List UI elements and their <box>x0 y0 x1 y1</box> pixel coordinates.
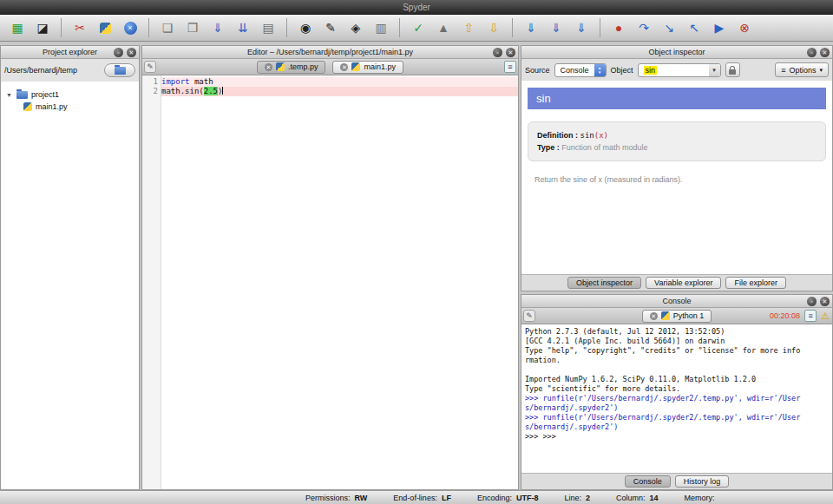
stop-icon[interactable]: ⊗ <box>736 19 753 36</box>
tab-main1-py[interactable]: ✕ main1.py <box>332 61 403 74</box>
menu-icon: ≡ <box>781 66 785 75</box>
console-panel: Console ▫ ✕ ✎ ✕ Python 1 00:20:08 <box>521 294 833 490</box>
warning-icon: ⚠ <box>821 311 830 322</box>
tab-history-log[interactable]: History log <box>675 475 730 488</box>
undock-pane-icon[interactable]: ▫ <box>807 48 817 57</box>
tab-list-icon[interactable]: ≡ <box>504 61 516 73</box>
python-file-icon <box>351 62 360 71</box>
toolbar-separator <box>512 18 513 37</box>
open-file-icon[interactable]: ❐ <box>184 19 201 36</box>
console-output[interactable]: Python 2.7.3 (default, Jul 12 2012, 13:5… <box>521 324 832 473</box>
folder-icon <box>115 67 126 75</box>
toolbar-separator <box>286 18 287 37</box>
code-editor[interactable]: 1 2 import math math.sin(2.5) <box>142 75 518 489</box>
save-icon[interactable]: ⇓ <box>209 19 226 36</box>
cut-icon[interactable]: ✂ <box>71 19 89 36</box>
tab-label: .temp.py <box>288 62 318 71</box>
maximize-pane-icon[interactable]: ◪ <box>34 19 51 36</box>
console-line <box>525 365 829 375</box>
step-over-icon[interactable]: ↷ <box>635 19 653 36</box>
close-tab-icon[interactable]: ✕ <box>650 312 658 320</box>
run-cell-icon[interactable]: ⇓ <box>573 19 590 36</box>
tab-temp-py[interactable]: ✕ .temp.py <box>257 61 326 74</box>
previous-warning-icon[interactable]: ⇧ <box>460 19 477 36</box>
chevron-down-icon: ▾ <box>819 67 823 74</box>
close-pane-icon[interactable]: ✕ <box>820 297 830 306</box>
project-path: /Users/bernardj/temp <box>4 66 100 75</box>
chevron-down-icon[interactable]: ▼ <box>6 92 13 98</box>
stepper-icon[interactable]: ▴▾ <box>594 63 606 77</box>
object-combobox[interactable]: sin ▾ <box>638 63 721 77</box>
layout-grid-icon[interactable]: ▦ <box>9 19 26 36</box>
source-select[interactable]: Console ▴▾ <box>554 63 607 77</box>
status-label: Memory: <box>685 494 715 502</box>
selected-token: 2.5 <box>204 87 218 95</box>
outline-icon[interactable]: ▥ <box>372 19 390 36</box>
save-all-icon[interactable]: ⇊ <box>234 19 252 36</box>
editor-panel: Editor – /Users/bernardj/temp/project1/m… <box>141 45 519 490</box>
console-line: s/bernardj/.spyder2') <box>525 422 829 432</box>
environment-icon[interactable]: ≡ <box>804 310 817 322</box>
status-value: 14 <box>649 494 658 502</box>
find-in-files-icon[interactable]: ◈ <box>347 19 364 36</box>
debug-icon[interactable]: ● <box>610 19 627 36</box>
status-memory: Memory: <box>685 494 719 502</box>
lock-button[interactable] <box>725 62 740 77</box>
browse-folder-button[interactable] <box>104 63 135 77</box>
tab-variable-explorer[interactable]: Variable explorer <box>646 277 721 289</box>
main-toolbar: ▦ ◪ ✂ × ❏ ❐ ⇓ ⇊ ▤ ◉ ✎ ◈ ▥ ✓ ▲ ⇧ ⇩ ⇓ ⇓ ⇓ … <box>0 15 833 42</box>
definition-label: Definition : <box>537 131 578 140</box>
spyder-logo-icon[interactable]: × <box>121 19 139 36</box>
continue-icon[interactable]: ▶ <box>711 19 728 36</box>
tab-object-inspector[interactable]: Object inspector <box>567 277 641 289</box>
console-line: [GCC 4.2.1 (Apple Inc. build 5664)] on d… <box>525 337 829 346</box>
title-bar: Spyder <box>0 0 833 15</box>
tree-item-main1py[interactable]: main1.py <box>1 101 139 113</box>
new-file-icon[interactable]: ❏ <box>159 19 176 36</box>
console-pane-tabs: Console History log <box>521 473 832 489</box>
keyword-token: import <box>161 77 190 86</box>
tree-item-project1[interactable]: ▼ project1 <box>1 88 139 101</box>
undock-pane-icon[interactable]: ▫ <box>493 48 502 57</box>
find-icon[interactable]: ◉ <box>297 19 314 36</box>
project-explorer-header: Project explorer ▫ ✕ <box>1 46 139 59</box>
close-pane-icon[interactable]: ✕ <box>506 48 515 57</box>
text-cursor <box>222 87 223 95</box>
tab-python-1[interactable]: ✕ Python 1 <box>642 310 712 323</box>
console-line: Imported NumPy 1.6.2, SciPy 0.11.0, Matp… <box>525 375 829 384</box>
step-return-icon[interactable]: ↖ <box>685 19 703 36</box>
console-line: Type "scientific" for more details. <box>525 384 829 394</box>
source-label: Source <box>525 66 550 75</box>
pen-icon[interactable]: ✎ <box>144 61 156 73</box>
next-warning-icon[interactable]: ⇩ <box>485 19 502 36</box>
tab-file-explorer[interactable]: File explorer <box>725 277 786 289</box>
close-tab-icon[interactable]: ✕ <box>340 63 348 71</box>
pen-icon[interactable]: ✎ <box>523 310 535 322</box>
options-button[interactable]: ≡ Options ▾ <box>775 62 829 77</box>
code-area[interactable]: import math math.sin(2.5) <box>161 75 518 489</box>
status-label: Permissions: <box>305 494 351 502</box>
status-eol: End-of-lines:LF <box>393 494 451 502</box>
python-icon[interactable] <box>96 19 114 36</box>
run-selection-icon[interactable]: ⇓ <box>548 19 565 36</box>
undock-pane-icon[interactable]: ▫ <box>807 297 817 306</box>
object-inspector-title: Object inspector <box>648 48 705 56</box>
spyder-logo-icon: × <box>124 22 137 35</box>
print-icon[interactable]: ▤ <box>259 19 277 36</box>
step-into-icon[interactable]: ↘ <box>660 19 678 36</box>
tab-console[interactable]: Console <box>625 475 671 488</box>
console-tabbar: ✎ ✕ Python 1 00:20:08 ≡ ⚠ <box>521 308 832 324</box>
warning-list-icon[interactable]: ▲ <box>435 19 452 36</box>
object-inspector-controls: Source Console ▴▾ Object sin ▾ ≡ Options <box>521 59 832 81</box>
undock-pane-icon[interactable]: ▫ <box>114 48 123 57</box>
close-pane-icon[interactable]: ✕ <box>127 48 136 57</box>
console-header: Console ▫ ✕ <box>521 295 832 308</box>
run-icon[interactable]: ⇓ <box>522 19 540 36</box>
toolbar-separator <box>61 18 62 37</box>
chevron-down-icon[interactable]: ▾ <box>709 63 720 77</box>
close-pane-icon[interactable]: ✕ <box>820 48 830 57</box>
code-analysis-icon[interactable]: ✓ <box>410 19 427 36</box>
find-replace-icon[interactable]: ✎ <box>322 19 339 36</box>
project-explorer-title: Project explorer <box>43 48 97 56</box>
close-tab-icon[interactable]: ✕ <box>265 63 272 71</box>
